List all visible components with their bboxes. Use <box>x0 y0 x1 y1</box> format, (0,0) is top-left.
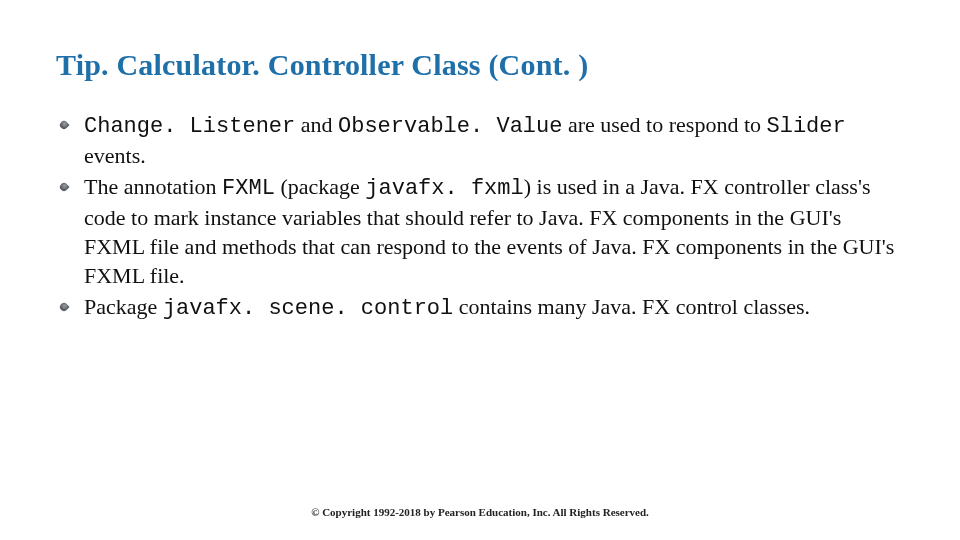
code-text: FXML <box>222 176 275 201</box>
body-text: are used to respond to <box>562 112 766 137</box>
list-item: The annotation FXML (package javafx. fxm… <box>80 172 904 290</box>
code-text: Slider <box>767 114 846 139</box>
list-item: Change. Listener and Observable. Value a… <box>80 110 904 170</box>
body-text: contains many Java. FX control classes. <box>453 294 810 319</box>
body-text: (package <box>275 174 365 199</box>
list-item: Package javafx. scene. control contains … <box>80 292 904 323</box>
page-title: Tip. Calculator. Controller Class (Cont.… <box>56 48 904 82</box>
slide: Tip. Calculator. Controller Class (Cont.… <box>0 0 960 540</box>
bullet-list: Change. Listener and Observable. Value a… <box>56 110 904 323</box>
body-text: Package <box>84 294 163 319</box>
body-text: The annotation <box>84 174 222 199</box>
body-text: and <box>295 112 338 137</box>
code-text: javafx. scene. control <box>163 296 453 321</box>
code-text: Observable. Value <box>338 114 562 139</box>
copyright-footer: © Copyright 1992-2018 by Pearson Educati… <box>0 506 960 518</box>
code-text: Change. Listener <box>84 114 295 139</box>
body-text: events. <box>84 143 146 168</box>
code-text: javafx. fxml <box>365 176 523 201</box>
